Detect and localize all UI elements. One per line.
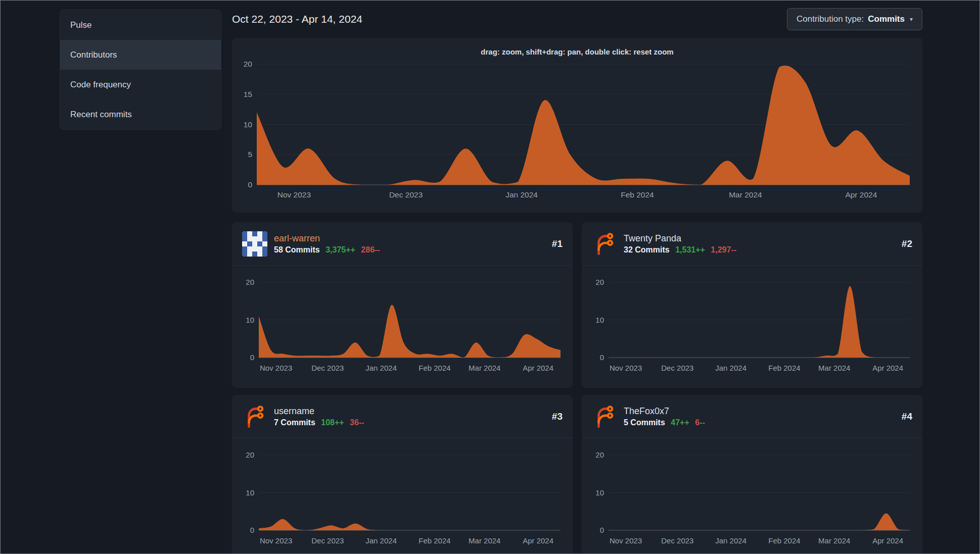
chevron-down-icon: ▾: [910, 16, 913, 23]
svg-text:Feb 2024: Feb 2024: [418, 364, 450, 372]
svg-text:Feb 2024: Feb 2024: [768, 364, 800, 372]
svg-text:Mar 2024: Mar 2024: [729, 190, 762, 199]
svg-text:10: 10: [244, 120, 253, 129]
contributor-info: username 7 Commits 108++ 36--: [274, 406, 364, 427]
svg-text:Dec 2023: Dec 2023: [311, 536, 344, 545]
contributor-card-header: earl-warren 58 Commits 3,375++ 286-- #1: [232, 222, 573, 266]
svg-text:Dec 2023: Dec 2023: [389, 190, 423, 199]
svg-text:Feb 2024: Feb 2024: [768, 536, 800, 545]
svg-text:Feb 2024: Feb 2024: [621, 190, 654, 199]
deletions-count: 286--: [361, 245, 380, 254]
svg-text:0: 0: [248, 180, 252, 189]
contributor-info: Twenty Panda 32 Commits 1,531++ 1,297--: [624, 233, 736, 255]
svg-text:0: 0: [250, 353, 254, 362]
svg-text:Mar 2024: Mar 2024: [469, 364, 500, 372]
forgejo-logo-icon: [242, 404, 267, 429]
contributor-name: TheFox0x7: [624, 406, 705, 417]
contributor-card: Twenty Panda 32 Commits 1,531++ 1,297-- …: [582, 222, 922, 388]
additions-count: 47++: [671, 418, 689, 427]
chart-zoom-hint: drag: zoom, shift+drag: pan, double clic…: [232, 38, 922, 58]
contributors-grid: earl-warren 58 Commits 3,375++ 286-- #1 …: [232, 222, 922, 554]
svg-text:Nov 2023: Nov 2023: [610, 536, 642, 545]
contributor-activity-chart[interactable]: 01020Nov 2023Dec 2023Jan 2024Feb 2024Mar…: [582, 438, 922, 554]
svg-text:Nov 2023: Nov 2023: [260, 364, 292, 372]
svg-text:Mar 2024: Mar 2024: [469, 536, 500, 545]
contributor-name-link[interactable]: earl-warren: [274, 233, 380, 244]
topbar: Oct 22, 2023 - Apr 14, 2024 Contribution…: [232, 1, 922, 38]
additions-count: 1,531++: [675, 245, 705, 254]
main-content: Oct 22, 2023 - Apr 14, 2024 Contribution…: [232, 1, 922, 554]
activity-nav-menu: Pulse Contributors Code frequency Recent…: [60, 10, 221, 130]
contributor-card: earl-warren 58 Commits 3,375++ 286-- #1 …: [232, 222, 573, 388]
commit-count: 58 Commits: [274, 245, 320, 254]
svg-text:20: 20: [595, 278, 604, 286]
svg-text:20: 20: [244, 61, 253, 68]
forgejo-logo-icon: [592, 231, 617, 257]
contribution-type-dropdown[interactable]: Contribution type: Commits ▾: [787, 8, 922, 30]
commit-count: 7 Commits: [274, 418, 315, 427]
svg-text:Jan 2024: Jan 2024: [715, 536, 746, 545]
overall-activity-card: drag: zoom, shift+drag: pan, double clic…: [232, 38, 922, 213]
svg-text:Jan 2024: Jan 2024: [365, 364, 397, 372]
svg-text:10: 10: [246, 316, 254, 324]
deletions-count: 1,297--: [711, 245, 736, 254]
svg-text:15: 15: [244, 90, 252, 98]
forgejo-logo-icon: [592, 404, 617, 429]
contributor-card: TheFox0x7 5 Commits 47++ 6-- #4 01020Nov…: [582, 395, 922, 554]
svg-text:Apr 2024: Apr 2024: [872, 364, 903, 372]
svg-text:5: 5: [248, 150, 252, 159]
contributor-rank-badge: #3: [552, 411, 563, 422]
commit-count: 5 Commits: [624, 418, 665, 427]
sidebar-item-recent-commits[interactable]: Recent commits: [60, 99, 221, 129]
identicon-avatar: [242, 231, 267, 257]
contributor-rank-badge: #1: [552, 238, 563, 249]
svg-text:Apr 2024: Apr 2024: [872, 536, 903, 545]
additions-count: 108++: [321, 418, 344, 427]
svg-text:0: 0: [600, 526, 604, 534]
main-activity-chart[interactable]: 05101520Nov 2023Dec 2023Jan 2024Feb 2024…: [232, 61, 922, 213]
svg-text:Apr 2024: Apr 2024: [523, 536, 553, 545]
contributor-rank-badge: #2: [902, 238, 912, 249]
svg-text:20: 20: [595, 450, 604, 459]
contributor-activity-chart[interactable]: 01020Nov 2023Dec 2023Jan 2024Feb 2024Mar…: [582, 266, 922, 386]
contributor-card-header: TheFox0x7 5 Commits 47++ 6-- #4: [582, 395, 922, 438]
contributor-stats: 32 Commits 1,531++ 1,297--: [624, 245, 736, 255]
svg-text:Dec 2023: Dec 2023: [661, 364, 693, 372]
svg-text:Nov 2023: Nov 2023: [277, 190, 311, 199]
svg-text:Jan 2024: Jan 2024: [715, 364, 746, 372]
svg-text:10: 10: [595, 316, 604, 324]
svg-text:0: 0: [600, 353, 604, 362]
app-window: Pulse Contributors Code frequency Recent…: [0, 0, 980, 554]
svg-text:10: 10: [246, 488, 254, 497]
svg-text:Nov 2023: Nov 2023: [260, 536, 292, 545]
contributor-info: earl-warren 58 Commits 3,375++ 286--: [274, 233, 380, 255]
contributor-activity-chart[interactable]: 01020Nov 2023Dec 2023Jan 2024Feb 2024Mar…: [232, 438, 573, 554]
svg-text:Feb 2024: Feb 2024: [418, 536, 450, 545]
contributor-name: username: [274, 406, 364, 417]
contributor-name: Twenty Panda: [624, 233, 736, 244]
svg-text:20: 20: [246, 278, 254, 286]
sidebar-item-code-frequency[interactable]: Code frequency: [60, 70, 221, 99]
contributor-activity-chart[interactable]: 01020Nov 2023Dec 2023Jan 2024Feb 2024Mar…: [232, 266, 573, 386]
contribution-type-value: Commits: [868, 14, 905, 24]
date-range-heading: Oct 22, 2023 - Apr 14, 2024: [232, 13, 362, 25]
svg-text:Apr 2024: Apr 2024: [845, 190, 877, 199]
contributor-stats: 7 Commits 108++ 36--: [274, 418, 364, 427]
svg-text:10: 10: [595, 488, 604, 497]
svg-text:Jan 2024: Jan 2024: [365, 536, 397, 545]
deletions-count: 6--: [695, 418, 705, 427]
svg-text:Mar 2024: Mar 2024: [818, 364, 850, 372]
sidebar-item-contributors[interactable]: Contributors: [60, 40, 221, 70]
sidebar-item-pulse[interactable]: Pulse: [60, 10, 221, 40]
svg-text:Jan 2024: Jan 2024: [505, 190, 538, 199]
contribution-type-label: Contribution type:: [797, 14, 864, 24]
svg-text:Apr 2024: Apr 2024: [523, 364, 553, 372]
svg-text:Mar 2024: Mar 2024: [818, 536, 850, 545]
svg-text:Dec 2023: Dec 2023: [311, 364, 344, 372]
svg-text:Nov 2023: Nov 2023: [610, 364, 642, 372]
svg-text:0: 0: [250, 526, 254, 534]
deletions-count: 36--: [350, 418, 364, 427]
commit-count: 32 Commits: [624, 245, 670, 254]
svg-text:20: 20: [246, 450, 254, 459]
svg-text:Dec 2023: Dec 2023: [661, 536, 693, 545]
